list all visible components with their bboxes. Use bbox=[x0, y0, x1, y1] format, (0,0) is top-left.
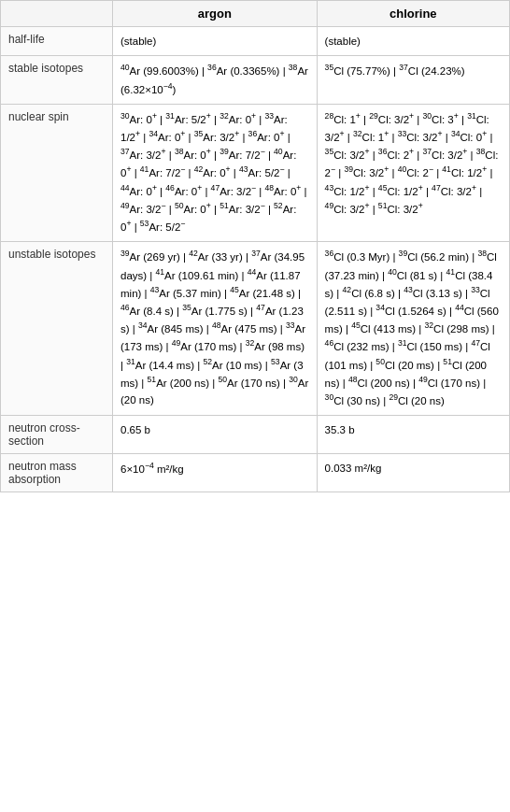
argon-cell-1: 40Ar (99.6003%) | 36Ar (0.3365%) | 38Ar … bbox=[113, 56, 318, 104]
argon-cell-4: 0.65 b bbox=[113, 416, 318, 454]
argon-cell-2: 30Ar: 0+ | 31Ar: 5/2+ | 32Ar: 0+ | 33Ar:… bbox=[113, 104, 318, 242]
chlorine-cell-1: 35Cl (75.77%) | 37Cl (24.23%) bbox=[317, 56, 509, 104]
argon-cell-5: 6×10−4 m²/kg bbox=[113, 454, 318, 492]
chlorine-cell-5: 0.033 m²/kg bbox=[317, 454, 509, 492]
row-label-0: half-life bbox=[1, 27, 113, 56]
chlorine-cell-3: 36Cl (0.3 Myr) | 39Cl (56.2 min) | 38Cl … bbox=[317, 242, 509, 416]
row-label-5: neutron mass absorption bbox=[1, 454, 113, 492]
chlorine-cell-2: 28Cl: 1+ | 29Cl: 3/2+ | 30Cl: 3+ | 31Cl:… bbox=[317, 104, 509, 242]
argon-cell-0: (stable) bbox=[113, 27, 318, 56]
chlorine-cell-0: (stable) bbox=[317, 27, 509, 56]
argon-cell-3: 39Ar (269 yr) | 42Ar (33 yr) | 37Ar (34.… bbox=[113, 242, 318, 416]
header-chlorine: chlorine bbox=[317, 1, 509, 27]
chlorine-cell-4: 35.3 b bbox=[317, 416, 509, 454]
header-label-col bbox=[1, 1, 113, 27]
header-argon: argon bbox=[113, 1, 318, 27]
row-label-4: neutron cross-section bbox=[1, 416, 113, 454]
row-label-2: nuclear spin bbox=[1, 104, 113, 242]
row-label-1: stable isotopes bbox=[1, 56, 113, 104]
row-label-3: unstable isotopes bbox=[1, 242, 113, 416]
